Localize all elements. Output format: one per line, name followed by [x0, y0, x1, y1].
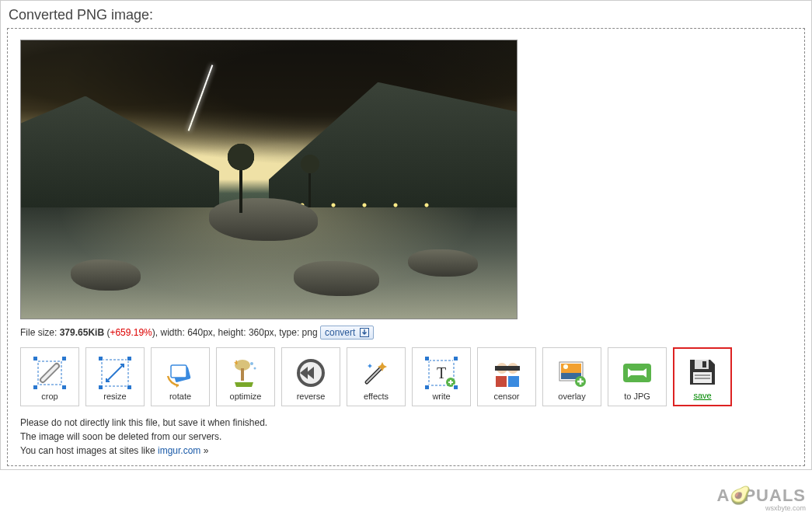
file-info-line: File size: 379.65KiB (+659.19%), width: …: [20, 326, 792, 340]
resize-label: resize: [103, 392, 126, 401]
page-title: Converted PNG image:: [9, 7, 805, 23]
optimize-button[interactable]: optimize: [216, 347, 275, 406]
to-jpg-button[interactable]: to JPG: [608, 347, 667, 406]
crop-button[interactable]: crop: [20, 347, 79, 406]
censor-label: censor: [493, 392, 519, 401]
write-button[interactable]: T write: [412, 347, 471, 406]
toolbar: crop resize rotate optimize: [20, 347, 792, 406]
file-type: , type: png: [274, 327, 318, 338]
reverse-button[interactable]: reverse: [281, 347, 340, 406]
note-line-1: Please do not directly link this file, b…: [20, 416, 792, 430]
write-label: write: [432, 392, 450, 401]
overlay-label: overlay: [558, 392, 585, 401]
svg-point-8: [254, 367, 256, 370]
svg-rect-17: [496, 376, 507, 387]
note-line-3: You can host images at sites like imgur.…: [20, 444, 792, 458]
file-size-label: File size:: [20, 327, 60, 338]
svg-rect-26: [695, 360, 709, 369]
svg-rect-27: [702, 361, 706, 367]
file-height: , height: 360px: [213, 327, 274, 338]
rotate-button[interactable]: rotate: [151, 347, 210, 406]
svg-rect-16: [495, 366, 520, 371]
effects-icon: [359, 356, 393, 390]
svg-rect-6: [241, 368, 244, 381]
resize-icon: [98, 356, 132, 390]
file-width: , width: 640px: [155, 327, 213, 338]
note-line-2: The image will soon be deleted from our …: [20, 430, 792, 444]
converted-image-preview: [20, 40, 518, 319]
svg-text:T: T: [437, 364, 446, 381]
write-icon: T: [424, 356, 458, 390]
reverse-label: reverse: [297, 392, 326, 401]
save-button[interactable]: save: [673, 347, 732, 406]
optimize-icon: [228, 356, 263, 390]
save-label: save: [693, 391, 711, 400]
svg-point-7: [250, 362, 253, 365]
rotate-icon: [163, 356, 197, 390]
effects-label: effects: [364, 392, 389, 401]
svg-rect-30: [695, 378, 710, 379]
to-jpg-label: to JPG: [624, 392, 650, 401]
rotate-label: rotate: [169, 392, 191, 401]
resize-button[interactable]: resize: [85, 347, 145, 406]
file-size-delta: +659.19%: [110, 327, 152, 338]
crop-label: crop: [41, 392, 58, 401]
notes-block: Please do not directly link this file, b…: [20, 416, 792, 458]
overlay-button[interactable]: overlay: [542, 347, 601, 406]
dropdown-download-icon: [360, 328, 369, 337]
censor-icon: [490, 356, 524, 390]
content-box: File size: 379.65KiB (+659.19%), width: …: [7, 28, 805, 466]
reverse-icon: [294, 356, 328, 390]
optimize-label: optimize: [230, 392, 262, 401]
save-icon: [685, 355, 720, 389]
convert-button[interactable]: convert: [320, 326, 374, 340]
svg-rect-4: [171, 365, 186, 378]
imgur-link[interactable]: imgur.com: [158, 445, 200, 456]
crop-icon: [33, 356, 67, 390]
overlay-icon: [555, 356, 589, 390]
svg-rect-18: [508, 376, 519, 387]
svg-rect-29: [695, 374, 710, 376]
to-jpg-icon: [620, 356, 654, 390]
effects-button[interactable]: effects: [347, 347, 406, 406]
file-size-value: 379.65KiB: [60, 327, 104, 338]
censor-button[interactable]: censor: [477, 347, 536, 406]
panel-outer: Converted PNG image: File size: 379.65Ki…: [0, 0, 812, 470]
convert-label: convert: [325, 327, 355, 338]
svg-point-21: [563, 364, 568, 369]
